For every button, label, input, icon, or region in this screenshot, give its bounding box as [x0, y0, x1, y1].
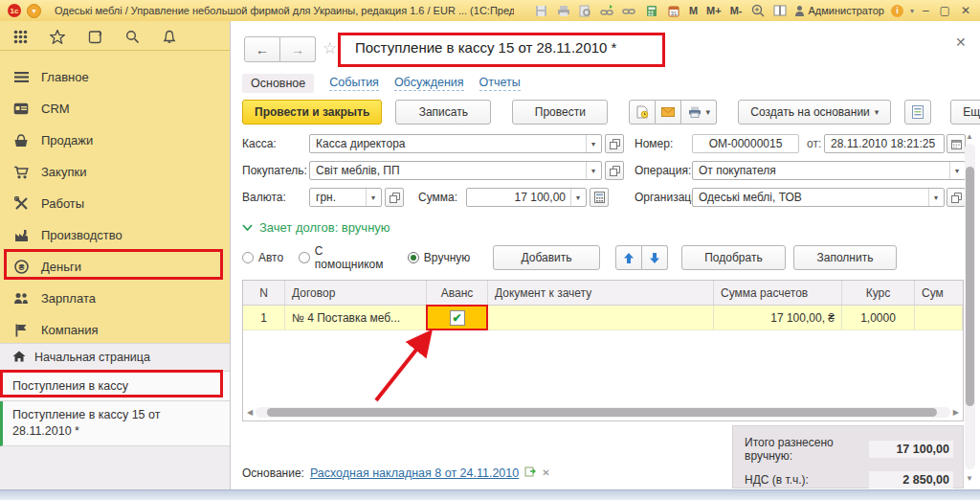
- organization-open-button[interactable]: [947, 188, 966, 207]
- cell-document[interactable]: [488, 306, 714, 330]
- radio-auto[interactable]: Авто: [242, 251, 283, 264]
- tab-obsuzhdeniya[interactable]: Обсуждения: [394, 76, 464, 91]
- sections-grid-icon[interactable]: [12, 29, 28, 44]
- col-contract[interactable]: Договор: [285, 281, 427, 305]
- minimize-button[interactable]: –: [921, 4, 931, 17]
- history-scroll-icon[interactable]: [87, 29, 102, 44]
- print-menu-button[interactable]: [681, 100, 717, 125]
- back-button[interactable]: ←: [244, 36, 280, 62]
- table-row[interactable]: 1 № 4 Поставка меб... ✔ 17 100,00, ₴ 1,0…: [243, 306, 963, 330]
- sidebar-item-proizvodstvo[interactable]: Производство: [0, 219, 230, 251]
- cell-sum[interactable]: [915, 306, 963, 330]
- sidebar-item-prodazhi[interactable]: Продажи: [0, 125, 230, 156]
- sidebar-item-dengi[interactable]: ₴ Деньги: [0, 251, 230, 283]
- cell-amount[interactable]: 17 100,00, ₴: [714, 306, 842, 330]
- dropdown-icon[interactable]: ▾: [570, 189, 580, 206]
- cash-field[interactable]: Касса директора ▾: [309, 134, 602, 153]
- calendar-icon[interactable]: 31: [666, 4, 681, 18]
- amount-field[interactable]: 17 100,00 ▾: [466, 188, 587, 207]
- print-preview-icon[interactable]: [578, 4, 593, 18]
- dropdown-icon[interactable]: ▾: [586, 135, 595, 152]
- scrollbar-thumb[interactable]: [966, 167, 974, 406]
- date-calendar-button[interactable]: [947, 134, 966, 153]
- scroll-right-icon[interactable]: ▶: [950, 408, 962, 417]
- sidebar-item-glavnoe[interactable]: Главное: [0, 61, 230, 93]
- more-button[interactable]: Еще: [950, 100, 980, 125]
- scrollbar-thumb[interactable]: [267, 408, 937, 417]
- offset-section-header[interactable]: Зачет долгов: вручную: [242, 220, 390, 235]
- organization-field[interactable]: Одеські меблі, ТОВ ▾: [692, 188, 945, 207]
- radio-manual[interactable]: Вручную: [408, 251, 470, 264]
- print-icon[interactable]: [556, 4, 571, 18]
- memory-add-button[interactable]: M+: [705, 5, 723, 16]
- buyer-field[interactable]: Світ меблів, ПП ▾: [309, 161, 602, 180]
- links-icon[interactable]: [622, 4, 637, 18]
- move-up-button[interactable]: [615, 245, 642, 270]
- cell-advance[interactable]: ✔: [427, 306, 488, 330]
- scroll-left-icon[interactable]: ◀: [244, 408, 256, 417]
- zoom-icon[interactable]: [750, 4, 766, 18]
- currency-field[interactable]: грн. ▾: [309, 188, 382, 207]
- open-window-item-document[interactable]: Поступление в кассу 15 от 28.11.2010 *: [0, 401, 230, 446]
- basis-open-icon[interactable]: [524, 466, 536, 480]
- move-down-button[interactable]: [642, 245, 668, 270]
- memory-recall-button[interactable]: M: [688, 5, 699, 16]
- system-menu-icon[interactable]: ▾: [27, 4, 41, 18]
- post-button[interactable]: Провести: [512, 100, 608, 125]
- tab-otchety[interactable]: Отчеты: [479, 76, 521, 91]
- number-field[interactable]: ОМ-00000015: [692, 134, 799, 153]
- split-window-icon[interactable]: [772, 4, 788, 18]
- info-caret-icon[interactable]: ▾: [910, 7, 914, 15]
- notifications-bell-icon[interactable]: [162, 29, 177, 44]
- report-icon-button[interactable]: [904, 100, 931, 125]
- close-document-button[interactable]: ✕: [955, 34, 967, 50]
- amount-calculator-button[interactable]: [590, 188, 609, 207]
- scroll-up-icon[interactable]: ▲: [966, 132, 973, 141]
- fill-button[interactable]: Заполнить: [793, 245, 897, 270]
- basis-link[interactable]: Расходная накладная 8 от 24.11.2010: [310, 466, 519, 480]
- radio-assistant[interactable]: С помощником: [299, 244, 392, 271]
- scroll-down-icon[interactable]: ▼: [966, 474, 973, 483]
- forward-button[interactable]: →: [280, 36, 316, 62]
- col-n[interactable]: N: [243, 281, 285, 305]
- post-and-close-button[interactable]: Провести и закрыть: [242, 100, 382, 125]
- calculator-icon[interactable]: [644, 4, 659, 18]
- save-icon[interactable]: [534, 4, 549, 18]
- buyer-open-button[interactable]: [605, 161, 624, 180]
- pick-button[interactable]: Подобрать: [681, 245, 787, 270]
- date-field[interactable]: 28.11.2010 18:21:25: [824, 134, 945, 153]
- dropdown-icon[interactable]: ▾: [949, 162, 959, 179]
- current-user[interactable]: Администратор: [794, 5, 884, 16]
- home-page-item[interactable]: Начальная страница: [0, 344, 230, 372]
- cell-contract[interactable]: № 4 Поставка меб...: [285, 306, 427, 330]
- write-button[interactable]: Записать: [395, 100, 491, 125]
- currency-open-button[interactable]: [385, 188, 404, 207]
- sidebar-item-kompaniya[interactable]: Компания: [0, 314, 230, 346]
- basis-clear-icon[interactable]: ✕: [542, 467, 549, 478]
- sidebar-item-zakupki[interactable]: Закупки: [0, 156, 230, 188]
- mail-icon-button[interactable]: [656, 100, 681, 125]
- add-row-button[interactable]: Добавить: [493, 245, 599, 270]
- create-on-basis-button[interactable]: Создать на основании: [738, 100, 891, 125]
- col-advance[interactable]: Аванс: [427, 281, 488, 305]
- close-window-button[interactable]: ✕: [959, 4, 972, 17]
- memory-subtract-button[interactable]: M-: [729, 5, 744, 16]
- dropdown-icon[interactable]: ▾: [366, 189, 375, 206]
- dropdown-icon[interactable]: ▾: [586, 162, 595, 179]
- maximize-button[interactable]: ▢: [938, 4, 952, 17]
- sidebar-item-crm[interactable]: CRM: [0, 93, 230, 125]
- col-rate[interactable]: Курс: [842, 281, 915, 305]
- dropdown-icon[interactable]: ▾: [928, 189, 938, 206]
- doc-register-icon-button[interactable]: [629, 100, 656, 125]
- cash-open-button[interactable]: [605, 134, 624, 153]
- add-link-icon[interactable]: [600, 4, 615, 18]
- tab-osnovnoe[interactable]: Основное: [242, 74, 314, 93]
- sidebar-item-raboty[interactable]: Работы: [0, 188, 230, 219]
- favorite-star-icon[interactable]: ☆: [323, 38, 337, 58]
- col-document[interactable]: Документ к зачету: [488, 281, 714, 305]
- table-horizontal-scrollbar[interactable]: ◀ ▶: [244, 406, 962, 419]
- form-vertical-scrollbar[interactable]: ▲ ▼: [965, 134, 975, 479]
- tab-sobytiya[interactable]: События: [329, 76, 379, 91]
- open-window-item-list[interactable]: Поступления в кассу: [0, 372, 230, 401]
- col-sum[interactable]: Сум: [915, 281, 963, 305]
